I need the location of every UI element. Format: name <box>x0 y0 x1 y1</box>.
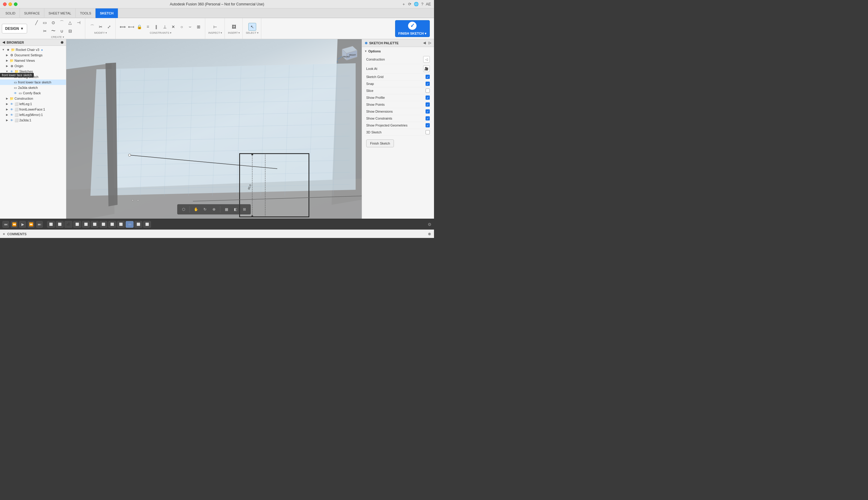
tree-toggle-named-views[interactable]: ▶ <box>5 58 9 62</box>
tree-item-comfy-back[interactable]: ▶ 👁 ▭ Comfy Back <box>0 90 66 96</box>
timeline-play-button[interactable]: ▶ <box>19 221 26 228</box>
trim-tool[interactable]: ✂ <box>41 27 49 35</box>
timeline-end-button[interactable]: ⏭ <box>36 221 43 228</box>
tree-toggle-origin[interactable]: ▶ <box>5 64 9 68</box>
trim2-tool[interactable]: ✂ <box>97 23 104 31</box>
zoom-button[interactable]: ⊕ <box>210 205 218 213</box>
options-section-header[interactable]: ▼ Options <box>364 49 432 53</box>
3d-sketch-checkbox[interactable] <box>425 130 430 134</box>
spline-tool[interactable]: 〜 <box>49 27 57 35</box>
lock-constraint[interactable]: 🔒 <box>136 23 143 31</box>
tree-toggle-sketches[interactable]: ▼ <box>5 69 9 73</box>
sketch-grid-checkbox[interactable]: ✓ <box>425 75 430 79</box>
circle-tool[interactable]: ⊙ <box>49 19 57 26</box>
timeline-step-1[interactable]: ⬜ <box>47 221 55 228</box>
viewport[interactable]: 65.0 FRONT RIGHT Z <box>66 39 361 219</box>
offset-tool[interactable]: ⊟ <box>66 27 74 35</box>
sketches-eye-icon[interactable]: 👁 <box>10 69 14 73</box>
cb-eye-icon[interactable]: 👁 <box>13 91 18 95</box>
slice-checkbox[interactable] <box>425 89 430 93</box>
timeline-step-7[interactable]: ⬜ <box>99 221 107 228</box>
minimize-button[interactable] <box>9 2 12 6</box>
palette-collapse-icon[interactable]: ◀ <box>423 41 425 45</box>
grid-toggle-button[interactable]: ⊞ <box>241 205 248 213</box>
tree-toggle-root[interactable]: ▼ <box>1 48 5 52</box>
add-tab-icon[interactable]: ＋ <box>402 1 406 7</box>
display-mode-button[interactable]: ▦ <box>222 205 230 213</box>
show-profile-checkbox[interactable]: ✓ <box>425 95 430 100</box>
timeline-step-10[interactable]: ▭ <box>126 221 134 228</box>
timeline-step-8[interactable]: ⬜ <box>108 221 116 228</box>
timeline-step-2[interactable]: ⬜ <box>56 221 64 228</box>
view-cube[interactable]: FRONT RIGHT Z <box>336 44 357 62</box>
insert-image[interactable]: 🖼 <box>230 23 238 31</box>
tree-toggle-flf1[interactable]: ▶ <box>5 107 9 112</box>
tree-item-named-views[interactable]: ▶ 📁 Named Views <box>0 58 66 63</box>
timeline-step-9[interactable]: ⬜ <box>117 221 125 228</box>
settings-icon[interactable]: ⚙ <box>428 222 432 227</box>
close-button[interactable] <box>3 2 7 6</box>
tree-item-left-leg-sketch[interactable]: ▶ ▭ left leg sketch <box>0 74 66 80</box>
tab-sketch[interactable]: SKETCH <box>96 9 118 18</box>
help-icon[interactable]: ? <box>421 2 423 6</box>
timeline-step-5[interactable]: ⬜ <box>82 221 90 228</box>
browser-pin-icon[interactable]: ◉ <box>60 41 64 44</box>
perpendicular-constraint[interactable]: ⊥ <box>161 23 169 31</box>
user-avatar[interactable]: AE <box>426 2 431 6</box>
flf1-eye-icon[interactable]: 👁 <box>10 107 14 112</box>
palette-expand-icon[interactable]: ▷ <box>429 41 431 45</box>
snap-checkbox[interactable]: ✓ <box>425 82 430 86</box>
comments-pin-icon[interactable]: ◉ <box>428 232 431 236</box>
extend-tool[interactable]: ⤢ <box>105 23 113 31</box>
tab-tools[interactable]: TOOLS <box>76 9 96 18</box>
line-tool[interactable]: ╱ <box>33 19 41 26</box>
vertical-constraint[interactable]: ⟻ <box>127 23 135 31</box>
conic-tool[interactable]: ∪ <box>58 27 66 35</box>
tangent-constraint[interactable]: ○ <box>178 23 186 31</box>
show-constraints-checkbox[interactable]: ✓ <box>425 116 430 121</box>
globe-icon[interactable]: 🌐 <box>414 2 419 6</box>
timeline-step-6[interactable]: ⬜ <box>91 221 99 228</box>
timeline-step-3[interactable]: ⬛ <box>65 221 72 228</box>
timeline-back-button[interactable]: ⏪ <box>11 221 18 228</box>
visual-style-button[interactable]: ◧ <box>232 205 239 213</box>
dimension-tool[interactable]: ⊞ <box>195 23 202 31</box>
tree-toggle-construction[interactable]: ▶ <box>5 96 9 101</box>
orbit-button[interactable]: ↻ <box>201 205 209 213</box>
tree-item-doc-settings[interactable]: ▶ ⚙ Document Settings <box>0 53 66 58</box>
rect-tool[interactable]: ▭ <box>41 19 49 26</box>
equal-constraint[interactable]: = <box>144 23 152 31</box>
llm1-eye-icon[interactable]: 👁 <box>10 113 14 117</box>
tree-item-root[interactable]: ▼ ★ 📁 Rocket Chair v3 ● <box>0 47 66 53</box>
tab-surface[interactable]: SURFACE <box>20 9 44 18</box>
timeline-step-12[interactable]: ⬜ <box>143 221 151 228</box>
tree-item-construction[interactable]: ▶ 📁 Construction <box>0 96 66 101</box>
tab-sheet-metal[interactable]: SHEET METAL <box>44 9 76 18</box>
tree-toggle-ll1[interactable]: ▶ <box>5 102 9 106</box>
tree-item-leftleg1[interactable]: ▶ 👁 ⬜ leftLeg:1 <box>0 101 66 106</box>
horizontal-constraint[interactable]: ⟺ <box>119 23 126 31</box>
tree-item-leftlegmirror1[interactable]: ▶ 👁 ⬜ leftLeg(Mirror):1 <box>0 112 66 117</box>
design-button[interactable]: DESIGN ▼ <box>2 24 27 33</box>
fillet-tool[interactable]: ⌒ <box>88 23 96 31</box>
select-tool[interactable]: ↖ <box>248 23 256 31</box>
timeline-step-4[interactable]: ⬜ <box>73 221 81 228</box>
show-dimensions-checkbox[interactable]: ✓ <box>425 109 430 114</box>
arc-tool[interactable]: ⌒ <box>58 19 66 26</box>
tree-item-2a3da1[interactable]: ▶ 👁 ⬜ 2a3da:1 <box>0 117 66 123</box>
show-projected-checkbox[interactable]: ✓ <box>425 123 430 127</box>
construction-arrow-icon[interactable]: ◁ <box>423 56 430 62</box>
pan-button[interactable]: ✋ <box>192 205 200 213</box>
look-at-camera-icon[interactable]: 🎥 <box>423 65 430 72</box>
tree-toggle-doc[interactable]: ▶ <box>5 53 9 57</box>
tree-item-flfs[interactable]: ▶ ▭ front lower face sketch front lower … <box>0 80 66 85</box>
finish-sketch-button[interactable]: ✓ FINISH SKETCH ▾ <box>395 20 430 37</box>
tree-item-origin[interactable]: ▶ ⊕ Origin <box>0 63 66 69</box>
tree-item-frontlowerface1[interactable]: ▶ 👁 ⬜ frontLowerFace:1 <box>0 106 66 112</box>
tree-item-sketches[interactable]: ▼ 👁 📁 Sketches <box>0 69 66 74</box>
polygon-tool[interactable]: △ <box>66 19 74 26</box>
tree-toggle-2a3da1[interactable]: ▶ <box>5 118 9 122</box>
tab-solid[interactable]: SOLID <box>1 9 20 18</box>
finish-sketch-palette-button[interactable]: Finish Sketch <box>366 139 394 147</box>
timeline-forward-button[interactable]: ⏩ <box>28 221 34 228</box>
